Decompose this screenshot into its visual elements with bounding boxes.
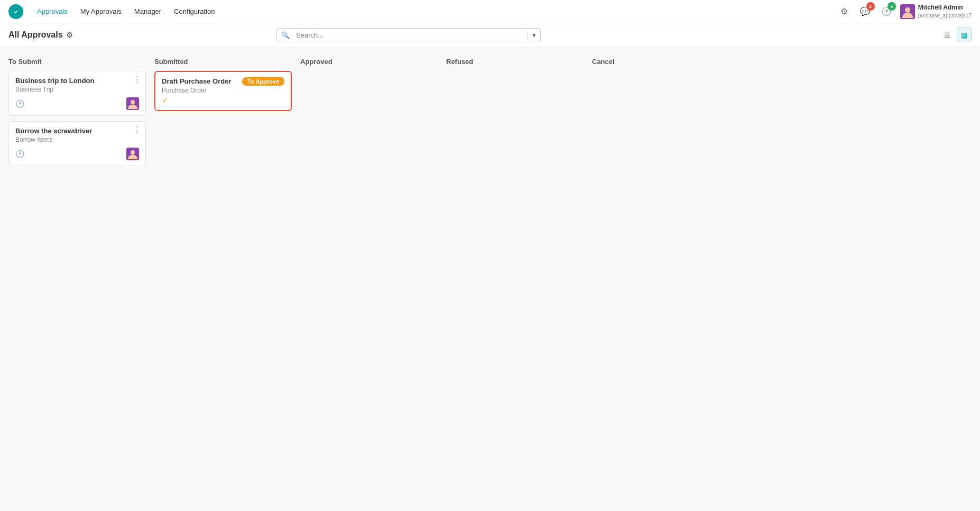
card-menu-icon[interactable]: ⋮ xyxy=(278,76,286,85)
user-role: purchase_approvals17 xyxy=(918,12,972,19)
column-cancel: Cancel xyxy=(592,56,729,71)
nav-manager[interactable]: Manager xyxy=(129,5,167,17)
card-card-1[interactable]: ⋮ Business trip to London Business Trip … xyxy=(8,71,146,116)
messages-icon[interactable]: 💬 2 xyxy=(858,4,873,19)
page-settings-icon[interactable]: ⚙ xyxy=(66,31,73,39)
list-view-button[interactable]: ☰ xyxy=(940,28,955,42)
card-title: Draft Purchase Order xyxy=(162,77,232,85)
column-header-refused: Refused xyxy=(446,56,584,71)
column-header-submitted: Submitted xyxy=(154,56,292,71)
search-input[interactable] xyxy=(294,29,528,42)
user-details: Mitchell Admin purchase_approvals17 xyxy=(918,4,972,19)
kanban-board: To Submit ⋮ Business trip to London Busi… xyxy=(0,47,980,511)
svg-point-0 xyxy=(12,7,20,15)
search-bar: 🔍 ▾ xyxy=(276,28,541,42)
column-header-to-submit: To Submit xyxy=(8,56,146,71)
column-refused: Refused xyxy=(446,56,584,71)
clock-icon: 🕐 xyxy=(15,99,24,108)
user-menu[interactable]: Mitchell Admin purchase_approvals17 xyxy=(900,4,972,19)
card-title: Borrow the screwdriver xyxy=(15,127,139,135)
card-subtitle: Business Trip xyxy=(15,86,139,93)
card-menu-icon[interactable]: ⋮ xyxy=(133,126,141,134)
activity-badge: 5 xyxy=(887,2,896,11)
messages-badge: 2 xyxy=(866,2,875,11)
column-approved: Approved xyxy=(300,56,438,71)
top-navigation: Approvals My Approvals Manager Configura… xyxy=(0,0,980,23)
svg-point-6 xyxy=(131,150,135,154)
card-card-3[interactable]: Draft Purchase Order To Approve ⋮ Purcha… xyxy=(154,71,292,111)
search-dropdown-toggle[interactable]: ▾ xyxy=(528,31,540,39)
view-toggle: ☰ ▦ xyxy=(940,28,972,42)
svg-point-4 xyxy=(131,100,135,104)
card-title: Business trip to London xyxy=(15,77,139,85)
card-card-2[interactable]: ⋮ Borrow the screwdriver Borrow Items 🕐 xyxy=(8,121,146,166)
nav-items: Approvals My Approvals Manager Configura… xyxy=(32,5,828,17)
nav-my-approvals[interactable]: My Approvals xyxy=(75,5,127,17)
top-right-actions: ⚙ 💬 2 🕐 5 Mitchell Admin purchase_approv… xyxy=(837,4,972,19)
kanban-view-button[interactable]: ▦ xyxy=(957,28,972,42)
user-name: Mitchell Admin xyxy=(918,4,972,12)
clock-icon: 🕐 xyxy=(15,150,24,158)
check-icon: ✓ xyxy=(162,96,284,105)
activity-icon[interactable]: 🕐 5 xyxy=(879,4,894,19)
nav-configuration[interactable]: Configuration xyxy=(169,5,220,17)
avatar xyxy=(900,4,915,19)
subheader: All Approvals ⚙ 🔍 ▾ ☰ ▦ xyxy=(0,23,980,47)
column-header-approved: Approved xyxy=(300,56,438,71)
column-to-submit: To Submit ⋮ Business trip to London Busi… xyxy=(8,56,146,171)
app-logo[interactable] xyxy=(8,4,23,19)
card-subtitle: Purchase Order xyxy=(162,87,284,94)
avatar xyxy=(126,148,139,160)
avatar xyxy=(126,97,139,110)
column-header-cancel: Cancel xyxy=(592,56,729,71)
column-submitted: Submitted Draft Purchase Order To Approv… xyxy=(154,56,292,116)
svg-point-2 xyxy=(905,7,910,13)
card-subtitle: Borrow Items xyxy=(15,136,139,143)
page-title: All Approvals ⚙ xyxy=(8,30,73,40)
search-icon: 🔍 xyxy=(277,31,294,39)
nav-approvals[interactable]: Approvals xyxy=(32,5,73,17)
card-menu-icon[interactable]: ⋮ xyxy=(133,76,141,84)
settings-icon[interactable]: ⚙ xyxy=(837,4,852,19)
